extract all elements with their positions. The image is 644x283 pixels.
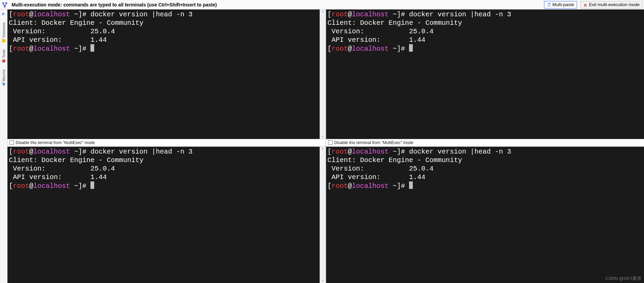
- disable-multiexec-label: Disable this terminal from "MultiExec" m…: [16, 140, 95, 145]
- scroll-up-icon[interactable]: ^: [320, 10, 326, 15]
- cursor: [409, 44, 413, 52]
- sidebar-tab-label: Tools: [2, 49, 6, 58]
- cursor: [409, 181, 413, 189]
- close-icon: ✕: [583, 3, 588, 7]
- svg-point-1: [6, 2, 7, 3]
- sidebar-tab-tools[interactable]: Tools: [2, 46, 6, 66]
- cursor: [90, 44, 94, 52]
- scrollbar[interactable]: ^⌄: [320, 147, 325, 283]
- terminal-grid: [root@localhost ~]# docker version |head…: [7, 10, 644, 283]
- terminal-wrap: [root@localhost ~]# docker version |head…: [7, 10, 325, 139]
- terminal-wrap: [root@localhost ~]# docker version |head…: [7, 147, 325, 283]
- terminal-pane: [root@localhost ~]# docker version |head…: [7, 10, 325, 146]
- expand-sidebar-button[interactable]: [1, 11, 7, 17]
- scroll-up-icon[interactable]: ^: [320, 147, 326, 153]
- pane-footer: Disable this terminal from "MultiExec" m…: [7, 139, 325, 146]
- tools-icon: [2, 59, 5, 63]
- exit-multi-exec-label: Exit multi-execution mode: [589, 2, 640, 7]
- sidebar-tab-sessions[interactable]: Sessions: [2, 19, 6, 46]
- disable-multiexec-checkbox[interactable]: [10, 140, 14, 145]
- terminal[interactable]: [root@localhost ~]# docker version |head…: [326, 147, 644, 283]
- sidebar-tab-label: Macros: [2, 69, 6, 82]
- sidebar-tab-label: Sessions: [2, 22, 6, 38]
- terminal-pane: [root@localhost ~]# docker version |head…: [326, 147, 644, 283]
- svg-point-0: [3, 2, 4, 3]
- terminal-pane: [root@localhost ~]# docker version |head…: [7, 147, 325, 283]
- top-toolbar: Multi-execution mode: commands are typed…: [0, 0, 644, 10]
- sidebar-tab-macros[interactable]: Macros: [2, 66, 6, 90]
- terminal[interactable]: [root@localhost ~]# docker version |head…: [7, 147, 320, 283]
- scroll-down-icon[interactable]: ⌄: [320, 277, 326, 283]
- svg-point-2: [4, 6, 5, 7]
- terminal-wrap: [root@localhost ~]# docker version |head…: [326, 147, 644, 283]
- scrollbar[interactable]: ^⌄: [320, 10, 325, 139]
- multi-paste-button[interactable]: Multi-paste: [544, 1, 577, 8]
- main-area: Sessions Tools Macros [root@localhost ~]…: [0, 10, 644, 283]
- star-icon: [2, 39, 5, 42]
- clipboard-icon: [547, 2, 551, 7]
- exit-multi-exec-button[interactable]: ✕ Exit multi-execution mode: [580, 1, 643, 8]
- terminal[interactable]: [root@localhost ~]# docker version |head…: [326, 10, 644, 139]
- cursor: [90, 181, 94, 189]
- terminal[interactable]: [root@localhost ~]# docker version |head…: [7, 10, 320, 139]
- pane-footer: Disable this terminal from "MultiExec" m…: [326, 139, 644, 146]
- disable-multiexec-checkbox[interactable]: [328, 140, 333, 145]
- terminal-pane: [root@localhost ~]# docker version |head…: [326, 10, 644, 146]
- watermark: CSDN @SKY慕雪: [605, 276, 641, 282]
- left-sidebar: Sessions Tools Macros: [0, 10, 7, 283]
- multi-paste-label: Multi-paste: [553, 2, 574, 7]
- scroll-down-icon[interactable]: ⌄: [320, 133, 326, 139]
- multi-exec-icon: [1, 1, 8, 8]
- terminal-wrap: [root@localhost ~]# docker version |head…: [326, 10, 644, 139]
- disable-multiexec-label: Disable this terminal from "MultiExec" m…: [334, 140, 413, 145]
- mode-title: Multi-execution mode: commands are typed…: [12, 2, 541, 7]
- macros-icon: [2, 83, 5, 86]
